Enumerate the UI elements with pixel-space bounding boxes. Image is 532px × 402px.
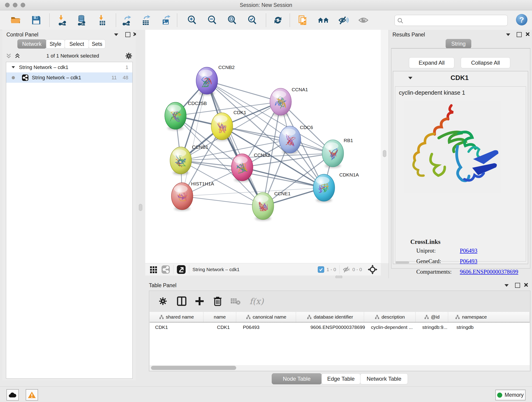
column-label: shared name xyxy=(166,314,194,320)
panel-menu-icon[interactable] xyxy=(506,33,510,36)
zoom-in-button[interactable] xyxy=(186,14,198,26)
crosslink-uniprot-link[interactable]: P06493 xyxy=(460,248,477,254)
network-row[interactable]: String Network – cdk1 11 48 xyxy=(6,72,133,83)
column-header-name[interactable]: name xyxy=(203,312,236,322)
new-network-from-selection-button[interactable] xyxy=(297,14,309,26)
network-node-CCNE1[interactable] xyxy=(252,192,274,220)
panel-float-icon[interactable] xyxy=(515,283,520,288)
gear-icon[interactable] xyxy=(125,52,133,60)
vertical-splitter-right[interactable] xyxy=(381,30,389,263)
column-header-canonical-name[interactable]: canonical name xyxy=(236,312,296,322)
collapse-all-button[interactable]: Collapse All xyxy=(461,57,510,68)
splitter-handle[interactable] xyxy=(139,204,142,211)
toolbar-divider xyxy=(339,265,340,274)
column-header-shared-name[interactable]: shared name xyxy=(150,312,203,322)
column-header-description[interactable]: description xyxy=(364,312,415,322)
open-session-button[interactable] xyxy=(10,14,21,26)
check-icon xyxy=(319,268,323,272)
crosslink-genecard-link[interactable]: P06493 xyxy=(460,258,477,264)
cell-namespace[interactable]: stringdb xyxy=(450,322,530,332)
table-horizontal-scrollbar[interactable] xyxy=(150,365,530,370)
cell-shared-name[interactable]: CDK1 xyxy=(150,322,203,332)
zoom-fit-button[interactable] xyxy=(226,14,238,26)
tab-select[interactable]: Select xyxy=(65,39,89,49)
selected-indicator-checkbox[interactable] xyxy=(318,266,324,273)
delete-table-icon[interactable] xyxy=(230,297,241,305)
collection-expander-icon[interactable] xyxy=(12,66,15,68)
tab-network-table[interactable]: Network Table xyxy=(360,373,408,384)
export-network-button[interactable] xyxy=(121,14,132,26)
cloud-button[interactable] xyxy=(6,389,19,401)
network-node-CCNB2[interactable] xyxy=(196,67,218,95)
column-header-id[interactable]: @id xyxy=(416,312,448,322)
first-neighbors-button[interactable] xyxy=(317,14,329,26)
apply-layout-button[interactable] xyxy=(272,14,284,26)
panel-float-icon[interactable] xyxy=(517,32,522,37)
network-node-CDKN1A[interactable] xyxy=(313,174,335,202)
tab-network[interactable]: Network xyxy=(17,39,46,49)
gene-expander-icon[interactable] xyxy=(408,77,412,79)
gene-panel-hscroll-thumb[interactable] xyxy=(395,262,409,264)
search-input[interactable] xyxy=(405,16,504,25)
expand-all-button[interactable]: Expand All xyxy=(409,57,454,68)
export-table-button[interactable] xyxy=(140,14,152,26)
toolbar-divider xyxy=(189,265,189,274)
tab-style[interactable]: Style xyxy=(46,39,65,49)
network-node-CDC25B[interactable] xyxy=(165,102,186,130)
cell-database-identifier[interactable]: 9606.ENSP00000378699 xyxy=(297,322,365,332)
network-canvas[interactable]: CCNB2CCNA1CDC25BCDK1CDC6RB1CCNB1CCNA2CDK… xyxy=(145,30,381,263)
panel-close-icon[interactable] xyxy=(525,32,530,36)
gene-panel-cdk1: CDK1 cyclin-dependent kinase 1 xyxy=(393,71,528,264)
tab-sets[interactable]: Sets xyxy=(89,39,105,49)
network-collection-row[interactable]: String Network – cdk1 1 xyxy=(6,62,133,72)
zoom-out-button[interactable] xyxy=(206,14,218,26)
export-image-button[interactable] xyxy=(160,14,172,26)
vertical-splitter-left[interactable] xyxy=(136,30,145,380)
network-graph[interactable]: CCNB2CCNA1CDC25BCDK1CDC6RB1CCNB1CCNA2CDK… xyxy=(145,30,381,263)
panel-close-icon[interactable] xyxy=(524,283,528,287)
zoom-selected-button[interactable] xyxy=(247,14,258,26)
show-all-button[interactable] xyxy=(358,14,369,26)
fx-icon[interactable]: f(x) xyxy=(249,297,264,306)
crosslink-compartments-link[interactable]: 9606.ENSP00000378699 xyxy=(460,269,518,275)
save-session-button[interactable] xyxy=(31,14,42,26)
network-node-CCNB1[interactable] xyxy=(170,147,191,175)
cell-name[interactable]: CDK1 xyxy=(203,322,237,332)
cell-description[interactable]: cyclin-dependent ... xyxy=(365,322,417,332)
birdseye-view-icon[interactable] xyxy=(367,264,378,274)
scrollbar-thumb[interactable] xyxy=(151,366,236,370)
gear-icon[interactable] xyxy=(158,297,167,306)
import-table-file-button[interactable] xyxy=(96,14,108,26)
panel-float-icon[interactable] xyxy=(125,32,130,37)
collapse-all-icon[interactable] xyxy=(6,52,12,59)
memory-button[interactable]: Memory xyxy=(495,390,526,400)
results-tab-string[interactable]: String xyxy=(446,39,471,49)
cell-canonical-name[interactable]: P06493 xyxy=(237,322,297,332)
tab-node-table[interactable]: Node Table xyxy=(272,373,322,384)
trash-icon[interactable] xyxy=(213,296,222,306)
tab-edge-table[interactable]: Edge Table xyxy=(322,373,360,384)
hide-selected-button[interactable] xyxy=(338,14,349,26)
expand-all-icon[interactable] xyxy=(14,52,21,59)
string-view-icon[interactable] xyxy=(161,265,170,274)
columns-icon[interactable] xyxy=(177,296,187,306)
help-button[interactable]: ? xyxy=(516,14,527,26)
cell-id[interactable]: stringdb:9... xyxy=(417,322,450,332)
network-node-RB1[interactable] xyxy=(322,140,344,168)
grid-view-icon[interactable] xyxy=(149,265,158,274)
panel-menu-icon[interactable] xyxy=(505,284,509,287)
network-node-CCNA1[interactable] xyxy=(270,88,291,116)
network-node-CCNA2[interactable] xyxy=(231,154,253,182)
warnings-button[interactable] xyxy=(26,389,38,401)
import-network-file-button[interactable] xyxy=(56,14,68,26)
column-header-database-identifier[interactable]: database identifier xyxy=(296,312,364,322)
add-column-icon[interactable] xyxy=(195,296,205,306)
external-link-icon[interactable] xyxy=(177,265,186,274)
column-header-namespace[interactable]: namespace xyxy=(448,312,530,322)
network-node-HIST1H1A[interactable] xyxy=(171,183,193,211)
table-row[interactable]: CDK1 CDK1 P06493 9606.ENSP00000378699 cy… xyxy=(150,322,530,332)
network-edge-count: 48 xyxy=(123,75,128,81)
panel-menu-icon[interactable] xyxy=(114,33,118,36)
splitter-handle[interactable] xyxy=(383,150,386,157)
import-network-database-button[interactable] xyxy=(76,14,87,26)
